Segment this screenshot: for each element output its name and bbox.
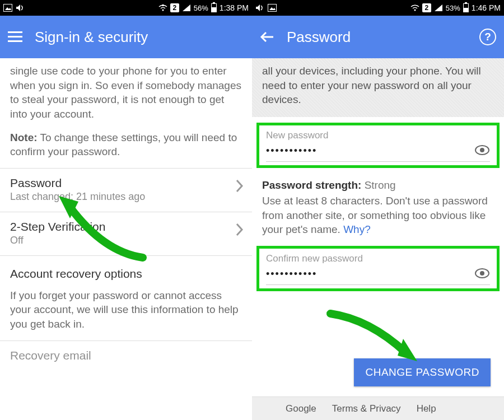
volume-icon [16, 4, 25, 12]
visibility-toggle-icon[interactable] [474, 144, 490, 158]
row-subtitle: Last changed: 21 minutes ago [10, 191, 242, 203]
row-title: Password [10, 176, 242, 190]
volume-icon [255, 4, 264, 12]
info-text: all your devices, including your phone. … [252, 58, 504, 117]
back-arrow-icon[interactable] [260, 31, 274, 43]
row-recovery-email[interactable]: Recovery email [0, 341, 252, 371]
strength-block: Password strength: Strong Use at least 8… [252, 174, 504, 240]
svg-rect-9 [8, 40, 22, 42]
svg-marker-1 [5, 7, 11, 10]
field-label: Confirm new password [266, 253, 490, 264]
sim-indicator: 2 [422, 3, 431, 12]
note-text: Note: To change these settings, you will… [0, 130, 252, 168]
picture-icon [3, 4, 12, 12]
svg-marker-15 [435, 4, 442, 11]
svg-rect-8 [8, 36, 22, 38]
picture-icon [268, 4, 277, 12]
footer-google-link[interactable]: Google [286, 403, 316, 414]
strength-label: Password strength: [262, 179, 361, 191]
row-title: Recovery email [10, 349, 242, 362]
svg-rect-7 [8, 31, 22, 33]
svg-marker-6 [183, 4, 190, 11]
status-bar: 2 56% 1:38 PM [0, 0, 252, 16]
signal-icon [182, 4, 191, 12]
svg-point-3 [162, 10, 164, 11]
battery-text: 53% [446, 4, 460, 12]
visibility-toggle-icon[interactable] [474, 268, 490, 281]
confirm-password-field-highlight: Confirm new password [256, 246, 500, 291]
status-bar: 2 53% 1:46 PM [252, 0, 504, 16]
sim-indicator: 2 [170, 3, 179, 12]
svg-marker-13 [269, 7, 276, 10]
svg-point-18 [480, 148, 484, 152]
strength-value: Strong [361, 179, 395, 191]
svg-marker-2 [16, 4, 20, 11]
row-password[interactable]: Password Last changed: 21 minutes ago [0, 169, 252, 212]
confirm-password-input[interactable] [266, 268, 474, 280]
content-area: all your devices, including your phone. … [252, 58, 504, 291]
strength-help: Use at least 8 characters. Don't use a p… [262, 194, 494, 237]
page-title: Password [287, 29, 351, 46]
svg-point-20 [480, 271, 484, 276]
row-two-step[interactable]: 2-Step Verification Off [0, 212, 252, 255]
chevron-right-icon [235, 179, 244, 195]
footer: Google Terms & Privacy Help [252, 396, 504, 420]
app-bar: Sign-in & security [0, 16, 252, 58]
row-subtitle: Off [10, 235, 242, 246]
note-label: Note: [10, 132, 38, 143]
status-time: 1:46 PM [472, 3, 501, 12]
page-title: Sign-in & security [35, 29, 148, 46]
why-link[interactable]: Why? [343, 223, 371, 235]
battery-text: 56% [194, 4, 208, 12]
phone-left: 2 56% 1:38 PM Sign-in & security single … [0, 0, 252, 420]
footer-help-link[interactable]: Help [417, 403, 436, 414]
row-title: 2-Step Verification [10, 220, 242, 234]
intro-text: single use code to your phone for you to… [0, 58, 252, 130]
section-recovery-title: Account recovery options [0, 256, 252, 284]
help-icon[interactable]: ? [479, 29, 496, 45]
phone-right: 2 53% 1:46 PM Password ? all your device… [252, 0, 504, 420]
svg-point-14 [414, 10, 416, 11]
change-password-button[interactable]: CHANGE PASSWORD [354, 358, 491, 386]
new-password-field-highlight: New password [256, 123, 500, 168]
svg-marker-21 [398, 339, 417, 361]
recovery-text: If you forget your password or cannot ac… [0, 284, 252, 340]
hamburger-icon[interactable] [8, 31, 22, 43]
app-bar: Password ? [252, 16, 504, 58]
chevron-right-icon [235, 222, 244, 239]
battery-icon [463, 3, 469, 12]
content-area: single use code to your phone for you to… [0, 58, 252, 371]
field-label: New password [266, 130, 490, 141]
footer-terms-link[interactable]: Terms & Privacy [332, 403, 401, 414]
wifi-icon [158, 4, 167, 12]
svg-marker-11 [256, 4, 260, 11]
wifi-icon [410, 4, 419, 12]
status-time: 1:38 PM [220, 3, 249, 12]
signal-icon [434, 4, 443, 12]
new-password-input[interactable] [266, 145, 474, 157]
battery-icon [211, 3, 217, 12]
